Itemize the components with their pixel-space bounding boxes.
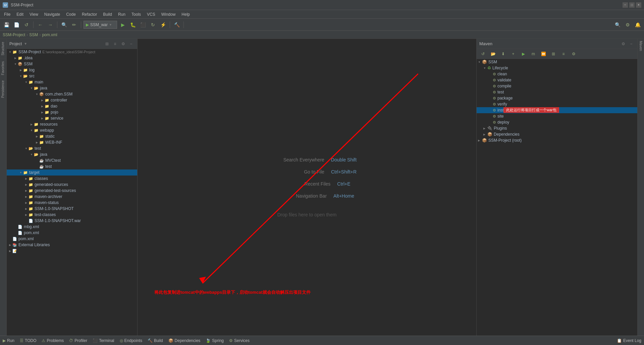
menu-help[interactable]: Help <box>179 11 193 17</box>
maven-collapse-btn[interactable]: ≡ <box>559 50 568 58</box>
maven-item-site[interactable]: ⚙ site <box>477 113 637 119</box>
maven-open-btn[interactable]: 📂 <box>489 50 497 58</box>
status-dependencies[interactable]: 📦 Dependencies <box>168 338 201 343</box>
stop-button[interactable]: ⬛ <box>139 20 147 29</box>
tree-item-controller[interactable]: ▶ 📁 controller <box>7 97 137 103</box>
menu-run[interactable]: Run <box>115 11 128 17</box>
tree-item-main[interactable]: ▼ 📁 main <box>7 79 137 85</box>
maven-item-plugins[interactable]: ▶ 🔌 Plugins <box>477 125 637 131</box>
maven-item-validate[interactable]: ⚙ validate <box>477 77 637 83</box>
maven-item-verify[interactable]: ⚙ verify <box>477 101 637 107</box>
minimize-button[interactable]: − <box>623 2 628 8</box>
tree-item-gen-test-sources[interactable]: ▶ 📁 generated-test-sources <box>7 188 137 194</box>
maven-run-btn[interactable]: ▶ <box>519 50 528 58</box>
breadcrumb-ssm[interactable]: SSM <box>29 32 38 37</box>
tree-item-root[interactable]: ▼ 📁 SSM-Project E:\workspace_idea\SSM-Pr… <box>7 49 137 55</box>
menu-window[interactable]: Window <box>159 11 178 17</box>
debug-button[interactable]: 🐛 <box>128 20 137 29</box>
tree-item-war-file[interactable]: ▶ 📄 SSM-1.0-SNAPSHOT.war <box>7 218 137 224</box>
tree-item-test-file[interactable]: ▶ ☕ test <box>7 163 137 169</box>
refactor-btn[interactable]: ✏ <box>70 20 78 29</box>
back-button[interactable]: ← <box>36 20 45 29</box>
tree-item-mbg[interactable]: ▶ 📄 mbg.xml <box>7 224 137 230</box>
status-event-log[interactable]: 📋 Event Log <box>617 338 641 343</box>
sync-button[interactable]: ↺ <box>22 20 31 29</box>
status-terminal[interactable]: ⬛ Terminal <box>93 338 114 343</box>
maven-add-btn[interactable]: + <box>509 50 518 58</box>
menu-vcs[interactable]: VCS <box>144 11 158 17</box>
maven-run-m-btn[interactable]: m <box>529 50 538 58</box>
profile-button[interactable]: ⚡ <box>159 20 167 29</box>
maven-item-install[interactable]: ⚙ install 此处运行将项目打成一个war包 <box>477 107 637 113</box>
maven-more-btn[interactable]: ⚙ <box>569 50 578 58</box>
persistence-tab[interactable]: Persistence <box>0 78 6 100</box>
tree-item-resources[interactable]: ▶ 📁 resources <box>7 121 137 127</box>
save-button[interactable]: 💾 <box>2 20 11 29</box>
run-button[interactable]: ▶ <box>118 20 127 29</box>
tree-item-ext-libs[interactable]: ▶ 📚 External Libraries <box>7 242 137 248</box>
tree-item-java[interactable]: ▼ 📂 java <box>7 85 137 91</box>
maven-item-root[interactable]: ▶ 📦 SSM-Project (root) <box>477 137 637 143</box>
maven-item-package[interactable]: ⚙ package <box>477 95 637 101</box>
forward-button[interactable]: → <box>46 20 55 29</box>
status-problems[interactable]: ⚠ Problems <box>42 338 64 343</box>
maven-skip-btn[interactable]: ⏩ <box>539 50 548 58</box>
menu-refactor[interactable]: Refactor <box>79 11 100 17</box>
project-panel-dropdown-arrow[interactable]: ▼ <box>24 42 27 46</box>
maven-minimize-icon[interactable]: − <box>628 41 635 47</box>
favorites-tab[interactable]: Favorites <box>0 58 6 78</box>
tree-item-webapp[interactable]: ▼ 📁 webapp <box>7 127 137 133</box>
tree-item-dao[interactable]: ▶ 📁 dao <box>7 103 137 109</box>
status-profiler[interactable]: ⏱ Profiler <box>69 338 87 343</box>
menu-tools[interactable]: Tools <box>129 11 144 17</box>
tree-item-src[interactable]: ▼ 📂 src <box>7 73 137 79</box>
maven-download-btn[interactable]: ⬇ <box>499 50 507 58</box>
menu-edit[interactable]: Edit <box>14 11 26 17</box>
status-services[interactable]: ⚙ Services <box>229 338 250 343</box>
structure-tab[interactable]: Structure <box>0 39 6 58</box>
analyze-button[interactable]: 🔍 <box>60 20 68 29</box>
tree-item-service[interactable]: ▶ 📁 service <box>7 115 137 121</box>
tree-item-pom-root[interactable]: ▶ 📄 pom.xml <box>7 236 137 242</box>
maven-item-test[interactable]: ⚙ test <box>477 89 637 95</box>
tree-item-mvctest[interactable]: ▶ ☕ MVCtest <box>7 157 137 163</box>
menu-code[interactable]: Code <box>63 11 78 17</box>
save-all-button[interactable]: 📄 <box>12 20 21 29</box>
status-build[interactable]: 🔨 Build <box>148 338 163 343</box>
maven-refresh-btn[interactable]: ↺ <box>479 50 487 58</box>
tree-item-package[interactable]: ▼ 📦 com.zhen.SSM <box>7 91 137 97</box>
maven-toggle-btn[interactable]: ⊞ <box>549 50 558 58</box>
tree-item-target[interactable]: ▼ 📁 target <box>7 169 137 176</box>
tree-item-webinf[interactable]: ▶ 📁 WEB-INF <box>7 139 137 145</box>
coverage-button[interactable]: ↻ <box>149 20 157 29</box>
menu-file[interactable]: File <box>1 11 13 17</box>
vcs-update-button[interactable]: 🔔 <box>633 20 642 29</box>
project-minimize-icon[interactable]: − <box>128 41 135 47</box>
status-todo[interactable]: ☰ TODO <box>20 338 36 343</box>
tree-item-classes[interactable]: ▶ 📁 classes <box>7 176 137 182</box>
tree-item-test[interactable]: ▼ 📂 test <box>7 145 137 151</box>
build-button[interactable]: 🔨 <box>172 20 181 29</box>
tree-item-idea[interactable]: ▶ 📁 .idea <box>7 55 137 61</box>
tree-item-maven-status[interactable]: ▶ 📁 maven-status <box>7 200 137 206</box>
maximize-button[interactable]: □ <box>629 2 635 8</box>
tree-item-log[interactable]: ▶ 📁 log <box>7 67 137 73</box>
status-endpoints[interactable]: ◎ Endpoints <box>120 338 142 343</box>
maven-item-compile[interactable]: ⚙ compile <box>477 83 637 89</box>
breadcrumb-pom[interactable]: pom.xml <box>42 32 57 37</box>
project-collapse-icon[interactable]: ≡ <box>112 41 118 47</box>
menu-build[interactable]: Build <box>100 11 115 17</box>
status-spring[interactable]: 🍃 Spring <box>206 338 224 343</box>
menu-view[interactable]: View <box>27 11 41 17</box>
tree-item-static[interactable]: ▶ 📁 static <box>7 133 137 139</box>
maven-item-clean[interactable]: ⚙ clean <box>477 71 637 77</box>
tree-item-test-classes[interactable]: ▶ 📁 test-classes <box>7 212 137 218</box>
tree-item-gen-sources[interactable]: ▶ 📁 generated-sources <box>7 182 137 188</box>
run-config-dropdown[interactable]: ▶ SSM_war ▼ <box>84 21 117 29</box>
tree-item-ssm[interactable]: ▼ 📦 SSM <box>7 61 137 67</box>
tree-item-maven-archiver[interactable]: ▶ 📁 maven-archiver <box>7 194 137 200</box>
tree-item-pom-ssm[interactable]: ▶ 📄 pom.xml <box>7 230 137 236</box>
breadcrumb-project[interactable]: SSM-Project <box>3 32 25 37</box>
settings-button[interactable]: ⚙ <box>623 20 632 29</box>
tree-item-snapshot-dir[interactable]: ▶ 📁 SSM-1.0-SNAPSHOT <box>7 206 137 212</box>
